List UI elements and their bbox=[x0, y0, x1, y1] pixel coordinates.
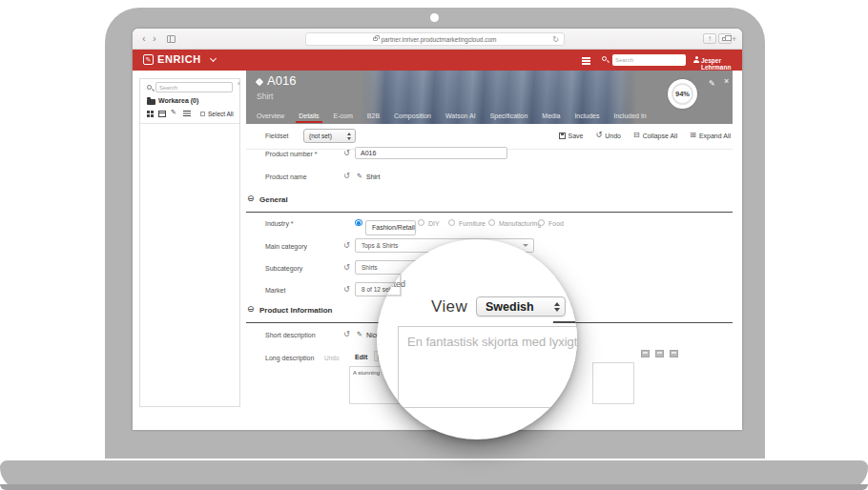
share-icon: ↑ bbox=[708, 34, 712, 44]
product-name-value[interactable]: Shirt bbox=[366, 174, 380, 180]
tag-icon bbox=[256, 78, 263, 86]
radio-label-manufacturing[interactable]: Manufacturing bbox=[499, 220, 541, 227]
brand-chevron-down-icon[interactable] bbox=[210, 55, 217, 62]
workarea-label[interactable]: Workarea (0) bbox=[158, 97, 198, 104]
radio-manufacturing[interactable] bbox=[488, 219, 495, 226]
tab-includes[interactable]: Includes bbox=[573, 109, 600, 123]
global-search-input[interactable] bbox=[612, 54, 686, 66]
lock-icon bbox=[373, 37, 378, 41]
list-view-icon[interactable] bbox=[183, 111, 191, 112]
undo-button[interactable]: ↺ Undo bbox=[595, 132, 620, 139]
long-description-undo[interactable]: Undo bbox=[324, 355, 340, 361]
address-bar[interactable]: partner.inriver.productmarketingcloud.co… bbox=[305, 32, 565, 46]
long-description-editor-fragment[interactable] bbox=[592, 362, 634, 404]
radio-fashion-retail[interactable] bbox=[355, 219, 362, 226]
product-header: A016 Shirt Overview Details E-com B2B Co… bbox=[246, 71, 733, 124]
close-icon[interactable]: × bbox=[724, 76, 729, 86]
tab-composition[interactable]: Composition bbox=[393, 109, 432, 123]
search-icon[interactable] bbox=[602, 56, 607, 61]
forward-button[interactable]: › bbox=[153, 31, 156, 45]
refresh-icon[interactable]: ↻ bbox=[552, 35, 559, 44]
select-all-label[interactable]: Select All bbox=[208, 111, 234, 117]
subcategory-label: Subcategory bbox=[265, 265, 302, 272]
undo-icon: ↺ bbox=[595, 132, 602, 139]
brand-edit-icon: ✎ bbox=[143, 54, 154, 65]
radio-furniture[interactable] bbox=[448, 219, 455, 226]
tab-specification[interactable]: Specification bbox=[489, 109, 529, 123]
user-name[interactable]: Jesper Lehrmann bbox=[701, 57, 742, 71]
collapse-all-button[interactable]: ⊟ Collapse All bbox=[633, 132, 677, 139]
long-description-edit-tab[interactable]: Edit bbox=[355, 354, 367, 360]
share-button[interactable]: ↑ bbox=[703, 33, 716, 44]
desktop-mockup: ‹ › partner.inriver.productmarketingclou… bbox=[0, 0, 868, 490]
stepper-icon bbox=[554, 302, 559, 312]
list-view-icon[interactable] bbox=[655, 350, 664, 357]
history-icon[interactable]: ↺ bbox=[343, 173, 350, 180]
radio-label-food[interactable]: Food bbox=[548, 220, 564, 227]
completeness-value: 94% bbox=[672, 83, 693, 105]
edit-view-icon[interactable]: ✎ bbox=[171, 109, 176, 116]
menu-icon[interactable] bbox=[582, 57, 590, 59]
tab-details[interactable]: Details bbox=[298, 109, 320, 123]
card-view-icon[interactable] bbox=[158, 111, 166, 117]
radio-diy[interactable] bbox=[418, 219, 424, 226]
grid-view-icon[interactable] bbox=[147, 111, 150, 113]
browser-sidebar-icon[interactable] bbox=[167, 35, 176, 43]
save-button[interactable]: Save bbox=[559, 133, 584, 139]
edit-product-icon[interactable]: ✎ bbox=[709, 79, 715, 88]
radio-food[interactable] bbox=[538, 219, 545, 226]
tab-b2b[interactable]: B2B bbox=[366, 109, 381, 123]
history-icon[interactable]: ↺ bbox=[343, 264, 350, 272]
tabs-overview-button[interactable] bbox=[718, 33, 732, 44]
magnified-section-border bbox=[553, 321, 577, 323]
history-icon[interactable]: ↺ bbox=[343, 286, 350, 294]
product-information-section-title[interactable]: Product Information bbox=[259, 306, 332, 315]
product-name: Shirt bbox=[257, 92, 273, 101]
pencil-icon[interactable]: ✎ bbox=[357, 173, 362, 180]
general-section-title[interactable]: General bbox=[259, 195, 288, 204]
history-icon[interactable]: ↺ bbox=[343, 150, 350, 157]
product-tabs: Overview Details E-com B2B Composition W… bbox=[256, 108, 648, 124]
general-section-border bbox=[246, 212, 733, 213]
tab-media[interactable]: Media bbox=[541, 109, 561, 123]
collapse-all-icon: ⊟ bbox=[633, 132, 640, 139]
folder-icon bbox=[147, 99, 155, 105]
sidebar-search-input[interactable] bbox=[155, 82, 233, 92]
tab-overview[interactable]: Overview bbox=[256, 109, 285, 123]
new-tab-button[interactable]: + bbox=[732, 34, 736, 44]
monitor-base bbox=[0, 460, 868, 490]
radio-label-diy[interactable]: DIY bbox=[428, 220, 440, 227]
language-select[interactable]: Swedish bbox=[476, 296, 566, 316]
collapse-section-icon[interactable]: ⊖ bbox=[247, 305, 255, 314]
sidebar-search-icon[interactable] bbox=[147, 85, 152, 90]
swedish-description-textarea[interactable]: En fantastisk skjorta med lyxigt tyg bbox=[398, 326, 577, 408]
sidebar-collapse-chevron[interactable]: ‹ bbox=[238, 79, 240, 88]
completeness-badge: 94% bbox=[668, 79, 697, 109]
tab-watson-ai[interactable]: Watson AI bbox=[444, 109, 477, 123]
select-all-checkbox[interactable] bbox=[200, 112, 205, 116]
pencil-icon[interactable]: ✎ bbox=[357, 331, 362, 338]
fieldset-select[interactable]: (not set) bbox=[303, 129, 356, 143]
history-icon[interactable]: ↺ bbox=[343, 331, 350, 338]
detail-toolbar: Fieldset (not set) Save ↺ Undo ⊟ bbox=[246, 124, 733, 149]
subcategory-value: Shirts bbox=[362, 264, 378, 271]
expand-all-button[interactable]: ⊞ Expand All bbox=[690, 132, 731, 139]
card-view-icon[interactable] bbox=[670, 350, 678, 357]
tab-included-in[interactable]: Included In bbox=[613, 109, 648, 123]
long-description-value: A stunning bbox=[353, 370, 380, 376]
product-number-input[interactable] bbox=[355, 147, 507, 159]
market-label: Market bbox=[265, 287, 285, 294]
history-icon[interactable]: ↺ bbox=[343, 242, 350, 250]
product-code: A016 bbox=[267, 73, 296, 88]
back-button[interactable]: ‹ bbox=[142, 31, 146, 45]
table-view-icon[interactable] bbox=[641, 350, 650, 357]
radio-label-fashion-retail[interactable]: Fashion/Retail bbox=[365, 220, 416, 235]
url-text: partner.inriver.productmarketingcloud.co… bbox=[381, 36, 496, 43]
radio-label-furniture[interactable]: Furniture bbox=[459, 220, 486, 227]
short-description-label: Short description bbox=[265, 332, 316, 338]
stepper-icon bbox=[347, 133, 352, 140]
app-brand[interactable]: ENRICH bbox=[157, 53, 201, 65]
collapse-section-icon[interactable]: ⊖ bbox=[247, 194, 255, 203]
app-header: ✎ ENRICH Jesper Lehrmann bbox=[133, 50, 742, 71]
tab-ecom[interactable]: E-com bbox=[333, 109, 354, 123]
